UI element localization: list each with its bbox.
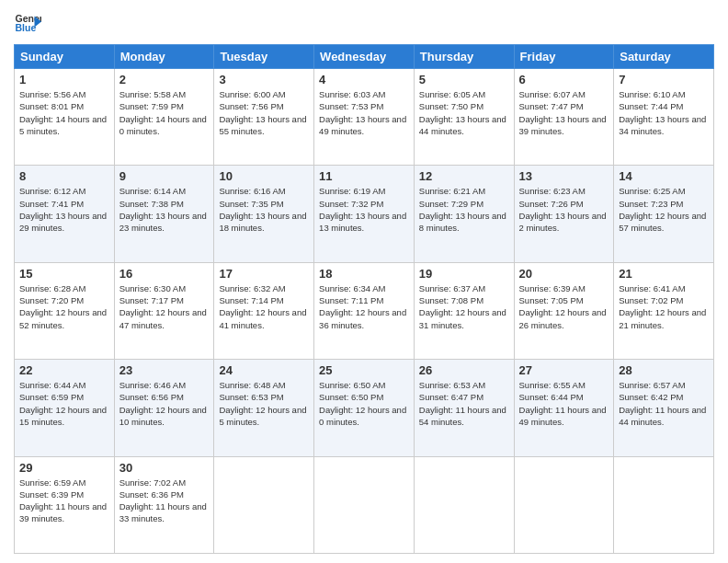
day-number: 6 xyxy=(519,73,609,86)
cell-info: Sunrise: 6:44 AMSunset: 6:59 PMDaylight:… xyxy=(19,379,109,428)
calendar-cell: 27Sunrise: 6:55 AMSunset: 6:44 PMDayligh… xyxy=(514,360,614,456)
day-header-saturday: Saturday xyxy=(614,45,714,69)
calendar-cell: 14Sunrise: 6:25 AMSunset: 7:23 PMDayligh… xyxy=(614,166,714,262)
cell-info: Sunrise: 6:23 AMSunset: 7:26 PMDaylight:… xyxy=(519,185,609,234)
day-number: 30 xyxy=(119,461,210,475)
cell-info: Sunrise: 6:00 AMSunset: 7:56 PMDaylight:… xyxy=(219,88,309,137)
cell-info: Sunrise: 6:57 AMSunset: 6:42 PMDaylight:… xyxy=(619,379,709,428)
cell-info: Sunrise: 6:32 AMSunset: 7:14 PMDaylight:… xyxy=(219,282,309,331)
day-number: 12 xyxy=(419,169,509,183)
cell-info: Sunrise: 6:39 AMSunset: 7:05 PMDaylight:… xyxy=(519,282,609,331)
calendar-cell: 23Sunrise: 6:46 AMSunset: 6:56 PMDayligh… xyxy=(114,360,214,456)
calendar-cell: 30Sunrise: 7:02 AMSunset: 6:36 PMDayligh… xyxy=(114,456,214,553)
calendar-cell: 9Sunrise: 6:14 AMSunset: 7:38 PMDaylight… xyxy=(114,166,214,262)
calendar-cell: 20Sunrise: 6:39 AMSunset: 7:05 PMDayligh… xyxy=(514,262,614,359)
calendar-cell: 29Sunrise: 6:59 AMSunset: 6:39 PMDayligh… xyxy=(15,456,115,553)
calendar-body: 1Sunrise: 5:56 AMSunset: 8:01 PMDaylight… xyxy=(15,69,714,554)
day-number: 13 xyxy=(519,169,609,183)
calendar-table: SundayMondayTuesdayWednesdayThursdayFrid… xyxy=(14,44,714,554)
day-number: 26 xyxy=(419,363,509,377)
day-number: 4 xyxy=(319,73,409,86)
calendar-cell: 1Sunrise: 5:56 AMSunset: 8:01 PMDaylight… xyxy=(15,69,115,166)
cell-info: Sunrise: 6:37 AMSunset: 7:08 PMDaylight:… xyxy=(419,282,509,331)
calendar-cell: 3Sunrise: 6:00 AMSunset: 7:56 PMDaylight… xyxy=(214,69,314,166)
cell-info: Sunrise: 6:50 AMSunset: 6:50 PMDaylight:… xyxy=(319,379,409,428)
calendar-cell: 13Sunrise: 6:23 AMSunset: 7:26 PMDayligh… xyxy=(514,166,614,262)
week-row-1: 1Sunrise: 5:56 AMSunset: 8:01 PMDaylight… xyxy=(15,69,714,166)
day-number: 8 xyxy=(19,169,109,183)
cell-info: Sunrise: 6:55 AMSunset: 6:44 PMDaylight:… xyxy=(519,379,609,428)
day-header-sunday: Sunday xyxy=(15,45,115,69)
calendar-cell: 28Sunrise: 6:57 AMSunset: 6:42 PMDayligh… xyxy=(614,360,714,456)
cell-info: Sunrise: 6:30 AMSunset: 7:17 PMDaylight:… xyxy=(119,282,210,331)
day-number: 7 xyxy=(619,73,709,86)
week-row-5: 29Sunrise: 6:59 AMSunset: 6:39 PMDayligh… xyxy=(15,456,714,553)
page: General Blue SundayMondayTuesdayWednesda… xyxy=(0,0,728,563)
calendar-cell: 10Sunrise: 6:16 AMSunset: 7:35 PMDayligh… xyxy=(214,166,314,262)
calendar-cell: 11Sunrise: 6:19 AMSunset: 7:32 PMDayligh… xyxy=(314,166,415,262)
day-number: 25 xyxy=(319,363,409,377)
calendar-cell: 8Sunrise: 6:12 AMSunset: 7:41 PMDaylight… xyxy=(15,166,115,262)
cell-info: Sunrise: 6:34 AMSunset: 7:11 PMDaylight:… xyxy=(319,282,409,331)
cell-info: Sunrise: 6:03 AMSunset: 7:53 PMDaylight:… xyxy=(319,88,409,137)
day-number: 9 xyxy=(119,169,210,183)
day-number: 11 xyxy=(319,169,409,183)
calendar-cell xyxy=(314,456,415,553)
calendar-cell: 25Sunrise: 6:50 AMSunset: 6:50 PMDayligh… xyxy=(314,360,415,456)
day-number: 3 xyxy=(219,73,309,86)
cell-info: Sunrise: 6:16 AMSunset: 7:35 PMDaylight:… xyxy=(219,185,309,234)
calendar-cell: 26Sunrise: 6:53 AMSunset: 6:47 PMDayligh… xyxy=(414,360,514,456)
calendar-header-row: SundayMondayTuesdayWednesdayThursdayFrid… xyxy=(15,45,714,69)
cell-info: Sunrise: 6:48 AMSunset: 6:53 PMDaylight:… xyxy=(219,379,309,428)
day-number: 15 xyxy=(19,267,109,281)
cell-info: Sunrise: 6:53 AMSunset: 6:47 PMDaylight:… xyxy=(419,379,509,428)
calendar-cell: 4Sunrise: 6:03 AMSunset: 7:53 PMDaylight… xyxy=(314,69,415,166)
day-number: 27 xyxy=(519,363,609,377)
calendar-cell xyxy=(514,456,614,553)
svg-text:Blue: Blue xyxy=(16,22,37,33)
day-number: 23 xyxy=(119,363,210,377)
day-number: 10 xyxy=(219,169,309,183)
calendar-cell: 21Sunrise: 6:41 AMSunset: 7:02 PMDayligh… xyxy=(614,262,714,359)
calendar-cell: 19Sunrise: 6:37 AMSunset: 7:08 PMDayligh… xyxy=(414,262,514,359)
day-number: 14 xyxy=(619,169,709,183)
cell-info: Sunrise: 5:58 AMSunset: 7:59 PMDaylight:… xyxy=(119,88,210,137)
day-header-friday: Friday xyxy=(514,45,614,69)
day-number: 16 xyxy=(119,267,210,281)
day-number: 29 xyxy=(19,461,109,475)
day-number: 1 xyxy=(19,73,109,86)
cell-info: Sunrise: 6:46 AMSunset: 6:56 PMDaylight:… xyxy=(119,379,210,428)
week-row-4: 22Sunrise: 6:44 AMSunset: 6:59 PMDayligh… xyxy=(15,360,714,456)
day-number: 20 xyxy=(519,267,609,281)
calendar-cell: 15Sunrise: 6:28 AMSunset: 7:20 PMDayligh… xyxy=(15,262,115,359)
week-row-3: 15Sunrise: 6:28 AMSunset: 7:20 PMDayligh… xyxy=(15,262,714,359)
cell-info: Sunrise: 6:10 AMSunset: 7:44 PMDaylight:… xyxy=(619,88,709,137)
cell-info: Sunrise: 6:07 AMSunset: 7:47 PMDaylight:… xyxy=(519,88,609,137)
calendar-cell: 18Sunrise: 6:34 AMSunset: 7:11 PMDayligh… xyxy=(314,262,415,359)
day-number: 22 xyxy=(19,363,109,377)
calendar-cell xyxy=(214,456,314,553)
calendar-cell: 22Sunrise: 6:44 AMSunset: 6:59 PMDayligh… xyxy=(15,360,115,456)
calendar-cell xyxy=(414,456,514,553)
day-number: 2 xyxy=(119,73,210,86)
day-number: 18 xyxy=(319,267,409,281)
day-number: 21 xyxy=(619,267,709,281)
logo: General Blue xyxy=(14,9,41,37)
day-number: 5 xyxy=(419,73,509,86)
cell-info: Sunrise: 6:19 AMSunset: 7:32 PMDaylight:… xyxy=(319,185,409,234)
cell-info: Sunrise: 6:12 AMSunset: 7:41 PMDaylight:… xyxy=(19,185,109,234)
header: General Blue xyxy=(14,9,714,37)
day-header-tuesday: Tuesday xyxy=(214,45,314,69)
day-number: 24 xyxy=(219,363,309,377)
calendar-cell: 12Sunrise: 6:21 AMSunset: 7:29 PMDayligh… xyxy=(414,166,514,262)
cell-info: Sunrise: 6:25 AMSunset: 7:23 PMDaylight:… xyxy=(619,185,709,234)
day-header-monday: Monday xyxy=(114,45,214,69)
logo-icon: General Blue xyxy=(14,9,41,37)
cell-info: Sunrise: 6:41 AMSunset: 7:02 PMDaylight:… xyxy=(619,282,709,331)
cell-info: Sunrise: 7:02 AMSunset: 6:36 PMDaylight:… xyxy=(119,477,210,525)
calendar-cell: 24Sunrise: 6:48 AMSunset: 6:53 PMDayligh… xyxy=(214,360,314,456)
calendar-cell: 2Sunrise: 5:58 AMSunset: 7:59 PMDaylight… xyxy=(114,69,214,166)
day-header-wednesday: Wednesday xyxy=(314,45,415,69)
day-number: 28 xyxy=(619,363,709,377)
cell-info: Sunrise: 6:59 AMSunset: 6:39 PMDaylight:… xyxy=(19,477,109,525)
